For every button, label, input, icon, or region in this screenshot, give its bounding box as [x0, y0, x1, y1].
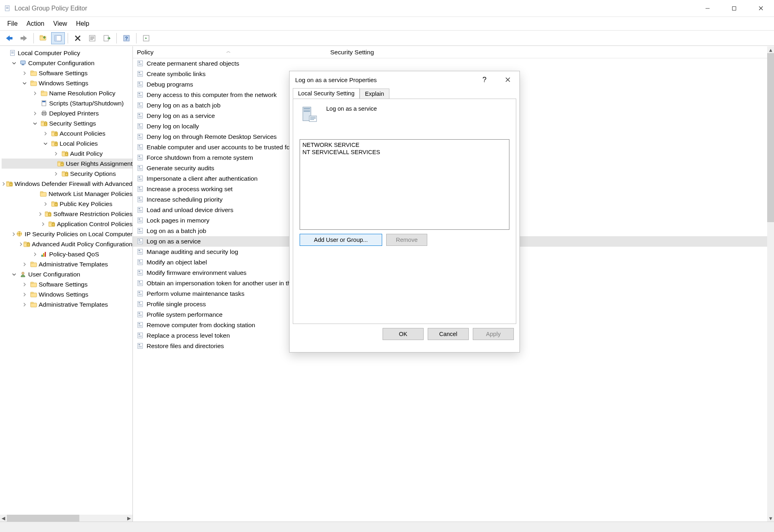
tree-item-label: Administrative Templates	[39, 299, 108, 309]
chevron-down-icon[interactable]	[12, 272, 19, 276]
ok-button[interactable]: OK	[383, 328, 424, 340]
forward-button[interactable]	[17, 32, 31, 44]
chevron-right-icon[interactable]	[12, 232, 16, 236]
server-icon	[300, 105, 317, 123]
chevron-right-icon[interactable]	[23, 293, 30, 297]
tree-item[interactable]: Local Computer Policy	[2, 48, 132, 58]
chevron-right-icon[interactable]	[33, 91, 40, 95]
maximize-button[interactable]	[721, 0, 747, 17]
tree-item[interactable]: Windows Defender Firewall with Advanced …	[2, 179, 132, 189]
tab-explain[interactable]: Explain	[360, 89, 389, 99]
minimize-button[interactable]	[694, 0, 721, 17]
properties-button[interactable]	[85, 32, 99, 44]
tree-item[interactable]: User Configuration	[2, 269, 132, 279]
scroll-left-icon[interactable]: ◄	[0, 515, 7, 522]
tree-item[interactable]: Software Settings	[2, 68, 132, 78]
show-hide-tree-button[interactable]	[51, 32, 65, 44]
tree-item[interactable]: Scripts (Startup/Shutdown)	[2, 98, 132, 108]
chevron-down-icon[interactable]	[33, 122, 40, 126]
tree-horizontal-scrollbar[interactable]: ◄ ►	[0, 515, 132, 522]
chevron-right-icon[interactable]	[54, 172, 61, 176]
tree-item[interactable]: User Rights Assignment	[2, 159, 132, 169]
tree-item-label: Software Restriction Policies	[54, 209, 132, 219]
tree-item[interactable]: Policy-based QoS	[2, 249, 132, 259]
scroll-up-icon[interactable]: ▴	[767, 46, 774, 53]
tree-item[interactable]: Network List Manager Policies	[2, 189, 132, 199]
column-policy[interactable]: Policy ︿	[133, 49, 328, 56]
remove-button[interactable]: Remove	[386, 234, 427, 246]
tree-item[interactable]: Account Policies	[2, 128, 132, 138]
lockfolder-icon	[51, 130, 58, 137]
lockfolder-icon	[57, 160, 64, 167]
chevron-right-icon[interactable]	[23, 303, 30, 307]
close-button[interactable]	[747, 0, 774, 17]
tree-item[interactable]: Name Resolution Policy	[2, 88, 132, 98]
apply-button[interactable]: Apply	[473, 328, 514, 340]
tree-item[interactable]: IP Security Policies on Local Computer	[2, 229, 132, 239]
scroll-right-icon[interactable]: ►	[126, 515, 132, 522]
chevron-right-icon[interactable]	[19, 242, 23, 246]
policy-row[interactable]: Create permanent shared objects	[133, 58, 774, 69]
add-user-group-button[interactable]: Add User or Group...	[300, 234, 382, 246]
chevron-right-icon[interactable]	[41, 222, 48, 226]
tree-item[interactable]: Security Options	[2, 169, 132, 179]
tab-local-security-setting[interactable]: Local Security Setting	[293, 88, 360, 99]
chevron-right-icon[interactable]	[2, 182, 6, 186]
chevron-right-icon[interactable]	[23, 71, 30, 75]
tree-item[interactable]: Advanced Audit Policy Configuration	[2, 239, 132, 249]
help-button[interactable]: ?	[120, 32, 133, 44]
refresh-policy-button[interactable]	[139, 32, 153, 44]
tree-item[interactable]: Software Restriction Policies	[2, 209, 132, 219]
list-vertical-scrollbar[interactable]: ▴ ▾	[767, 46, 774, 522]
policy-icon	[137, 133, 144, 140]
menu-file[interactable]: File	[3, 19, 22, 29]
tree-item[interactable]: Windows Settings	[2, 289, 132, 299]
tree-item[interactable]: Administrative Templates	[2, 299, 132, 309]
policy-icon	[137, 322, 144, 329]
scroll-thumb[interactable]	[7, 515, 79, 522]
tree-item[interactable]: Windows Settings	[2, 78, 132, 88]
export-button[interactable]	[100, 32, 114, 44]
tree-item[interactable]: Application Control Policies	[2, 219, 132, 229]
tree-item[interactable]: Software Settings	[2, 279, 132, 289]
chevron-right-icon[interactable]	[38, 212, 45, 216]
toolbar-separator	[116, 33, 117, 43]
chevron-right-icon[interactable]	[33, 252, 40, 256]
member-item[interactable]: NT SERVICE\ALL SERVICES	[302, 148, 507, 156]
tree-item[interactable]: Public Key Policies	[2, 199, 132, 209]
up-button[interactable]	[37, 32, 50, 44]
chevron-down-icon[interactable]	[12, 61, 19, 65]
lockfolder-icon	[48, 221, 55, 228]
chevron-down-icon[interactable]	[23, 81, 30, 85]
chevron-right-icon[interactable]	[33, 111, 40, 115]
back-button[interactable]	[2, 32, 16, 44]
cancel-button[interactable]: Cancel	[428, 328, 469, 340]
chevron-right-icon[interactable]	[43, 202, 51, 206]
tree-item[interactable]: Deployed Printers	[2, 108, 132, 118]
tree-item[interactable]: Administrative Templates	[2, 259, 132, 269]
menu-action[interactable]: Action	[23, 19, 48, 29]
scroll-thumb[interactable]	[767, 53, 774, 222]
delete-button[interactable]	[71, 32, 85, 44]
tree-item[interactable]: Computer Configuration	[2, 58, 132, 68]
tree-item[interactable]: Audit Policy	[2, 148, 132, 159]
chevron-down-icon[interactable]	[43, 142, 51, 146]
chevron-right-icon[interactable]	[43, 132, 51, 136]
tree-item-label: Public Key Policies	[60, 199, 112, 209]
column-security-setting[interactable]: Security Setting	[328, 49, 774, 56]
tree-item[interactable]: Security Settings	[2, 118, 132, 128]
chevron-right-icon[interactable]	[23, 282, 30, 287]
menu-view[interactable]: View	[49, 19, 71, 29]
scroll-down-icon[interactable]: ▾	[767, 515, 774, 522]
members-listbox[interactable]: NETWORK SERVICENT SERVICE\ALL SERVICES	[300, 139, 509, 230]
dialog-close-button[interactable]	[496, 71, 519, 88]
chevron-right-icon[interactable]	[54, 152, 61, 156]
member-item[interactable]: NETWORK SERVICE	[302, 141, 507, 148]
tree-item-label: Local Policies	[60, 138, 98, 148]
dialog-title: Log on as a service Properties	[295, 76, 377, 83]
menu-help[interactable]: Help	[72, 19, 93, 29]
dialog-help-button[interactable]: ?	[473, 71, 496, 88]
tree-item-label: Security Settings	[49, 118, 96, 128]
tree-item[interactable]: Local Policies	[2, 138, 132, 148]
chevron-right-icon[interactable]	[23, 262, 30, 266]
